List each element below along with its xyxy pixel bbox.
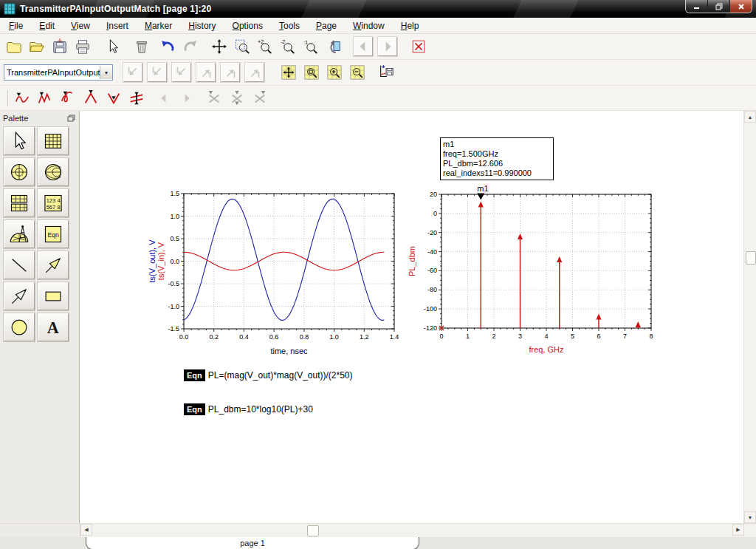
nav-next-fast-button[interactable]	[221, 63, 240, 82]
print-button[interactable]	[72, 36, 93, 57]
equation-2[interactable]: EqnPL_dbm=10*log10(PL)+30	[184, 403, 313, 415]
toolbar-main: +2-2:1	[0, 34, 756, 60]
window-controls	[685, 0, 752, 13]
plot-time[interactable]: 0.00.20.40.60.81.01.21.4-1.5-1.0-0.50.00…	[148, 186, 407, 367]
nav-next-button[interactable]	[196, 63, 216, 82]
restore-button[interactable]	[708, 0, 730, 13]
marker-line-button[interactable]	[126, 88, 147, 109]
palette-float-icon[interactable]	[67, 115, 75, 122]
vscroll-thumb[interactable]	[746, 251, 756, 265]
zoom-in-2x-button[interactable]: +2	[255, 36, 275, 57]
menu-item-edit[interactable]: Edit	[33, 19, 61, 33]
page-zoom-in-button[interactable]	[324, 62, 345, 83]
p-arrow-filled-icon	[43, 255, 63, 276]
toolbar-page: TransmitterPAInputOutputMat ▼	[0, 60, 756, 86]
svg-text:-100: -100	[424, 305, 437, 313]
menu-item-options[interactable]: Options	[227, 19, 269, 33]
new-button[interactable]	[4, 36, 24, 57]
marker-next-button[interactable]	[176, 88, 197, 109]
palette-stacked-plot[interactable]	[4, 189, 35, 217]
menu-item-window[interactable]: Window	[347, 19, 391, 33]
marker-peak-search-button[interactable]	[227, 88, 247, 109]
pointer-button[interactable]	[103, 36, 123, 57]
palette-smith-chart[interactable]	[38, 158, 69, 186]
palette-pointer[interactable]	[4, 127, 35, 155]
vertical-scrollbar[interactable]: ▲ ▼	[743, 111, 756, 523]
svg-text:20: 20	[430, 191, 437, 198]
palette-rectangle[interactable]	[38, 282, 69, 310]
palette-title: Palette	[3, 114, 28, 123]
marker-valley-search-button[interactable]	[250, 88, 270, 109]
page-tab[interactable]: page 1	[86, 537, 419, 549]
zoom-1-1-button[interactable]: :1	[300, 36, 321, 57]
palette-arrow-outline[interactable]	[4, 282, 35, 310]
nav-prev-button[interactable]	[172, 63, 191, 82]
nav-prev-fast-button[interactable]	[148, 63, 167, 82]
undo-button[interactable]	[157, 36, 178, 57]
minimize-button[interactable]	[686, 0, 708, 13]
scroll-down-button[interactable]: ▼	[744, 511, 756, 523]
delete-page-button[interactable]	[408, 36, 429, 57]
page-zoom-area-button[interactable]	[301, 62, 322, 83]
menu-item-page[interactable]: Page	[310, 19, 343, 33]
palette-rectangular-plot[interactable]	[38, 127, 69, 155]
back-button[interactable]	[354, 37, 373, 56]
marker-peak-button[interactable]	[80, 88, 101, 109]
page-pan-button[interactable]	[278, 62, 299, 83]
forward-button[interactable]	[378, 37, 397, 56]
menu-item-tools[interactable]: Tools	[273, 19, 306, 33]
svg-text:1.5: 1.5	[170, 190, 179, 197]
palette-list-plot[interactable]: 123 4567 8	[38, 189, 69, 217]
nav-last-button[interactable]	[245, 63, 264, 82]
zoom-out-2x-button[interactable]: -2	[278, 36, 298, 57]
palette-polar-plot[interactable]	[4, 158, 35, 186]
page-zoom-out-button[interactable]	[347, 62, 368, 83]
nav-first-button[interactable]	[123, 63, 142, 82]
zoom-area-button[interactable]	[232, 36, 252, 57]
menu-item-view[interactable]: View	[65, 19, 96, 33]
menu-item-marker[interactable]: Marker	[139, 19, 178, 33]
insert-marker-button[interactable]	[12, 88, 32, 109]
nav-a-icon	[125, 64, 141, 81]
scroll-left-button[interactable]: ◀	[80, 524, 92, 536]
palette-arrow-filled[interactable]	[38, 251, 69, 279]
menu-item-insert[interactable]: Insert	[100, 19, 134, 33]
palette-equation[interactable]: Eqn	[38, 220, 69, 248]
delete-button[interactable]	[131, 36, 152, 57]
svg-text:0.0: 0.0	[179, 333, 189, 341]
palette-line[interactable]	[4, 251, 35, 279]
marker-prev-icon	[156, 90, 172, 106]
hscroll-thumb[interactable]	[307, 525, 319, 536]
redraw-button[interactable]	[323, 36, 344, 57]
marker-valley-button[interactable]	[103, 88, 124, 109]
marker-loop-button[interactable]	[58, 88, 78, 109]
pan-view-button[interactable]	[209, 36, 230, 57]
menu-item-history[interactable]: History	[182, 19, 221, 33]
save-button[interactable]	[49, 36, 70, 57]
pan-icon	[211, 38, 227, 55]
equation-1[interactable]: EqnPL=(mag(V_out)*mag(V_out))/(2*50)	[184, 369, 353, 381]
marker-readout-box[interactable]: m1freq=1.500GHzPL_dbm=12.606real_indexs1…	[440, 137, 554, 180]
combo-dropdown-arrow[interactable]: ▼	[100, 66, 112, 79]
palette-circle[interactable]	[4, 313, 35, 341]
scroll-right-button[interactable]: ▶	[732, 524, 744, 536]
marker-delta-button[interactable]	[204, 88, 224, 109]
redo-button[interactable]	[180, 36, 201, 57]
page-canvas[interactable]: m1freq=1.500GHzPL_dbm=12.606real_indexs1…	[80, 111, 743, 523]
marker-zigzag-button[interactable]	[35, 88, 55, 109]
nav-b-icon	[247, 64, 263, 81]
marker-prev-button[interactable]	[154, 88, 174, 109]
save-data-button[interactable]	[376, 62, 396, 83]
page-selector-combo[interactable]: TransmitterPAInputOutputMat ▼	[4, 64, 113, 81]
open-button[interactable]	[27, 36, 47, 57]
palette-text[interactable]: A	[38, 313, 69, 341]
close-button[interactable]	[730, 0, 752, 13]
palette-antenna-plot[interactable]	[4, 220, 35, 248]
plot-spectrum[interactable]: 012345678-120-100-80-60-40-20020m1freq, …	[407, 179, 667, 364]
hscroll-track[interactable]	[92, 524, 732, 537]
p-grid-icon	[43, 131, 63, 151]
scroll-up-button[interactable]: ▲	[744, 111, 756, 123]
menu-item-help[interactable]: Help	[395, 19, 425, 33]
main-area: Palette 123 4567 8EqnA m1freq=1.500GHzPL…	[0, 111, 756, 523]
menu-item-file[interactable]: File	[3, 19, 29, 33]
